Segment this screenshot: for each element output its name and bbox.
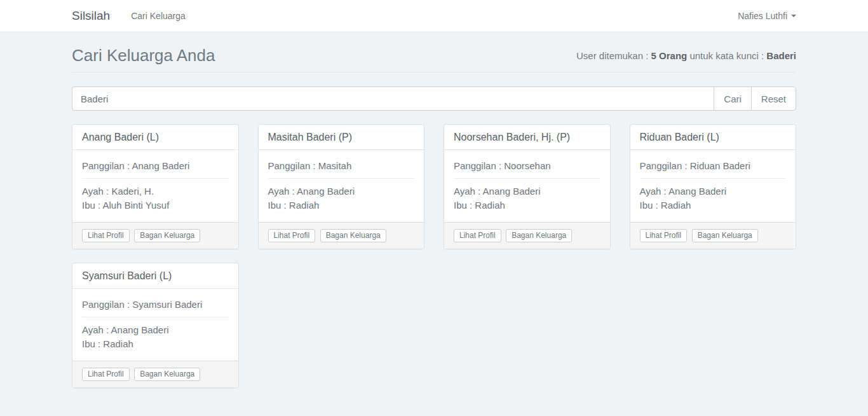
divider xyxy=(82,178,229,179)
view-profile-button[interactable]: Lihat Profil xyxy=(640,229,688,242)
person-father: Ayah : Anang Baderi xyxy=(640,184,787,198)
main-content: Cari Keluarga Anda User ditemukan : 5 Or… xyxy=(72,46,796,388)
page-title: Cari Keluarga Anda xyxy=(72,46,215,66)
person-nickname: Panggilan : Masitah xyxy=(268,159,415,172)
view-profile-button[interactable]: Lihat Profil xyxy=(454,229,501,242)
user-dropdown[interactable]: Nafies Luthfi xyxy=(738,11,796,21)
person-mother: Ibu : Radiah xyxy=(454,198,600,212)
person-mother: Ibu : Aluh Binti Yusuf xyxy=(82,198,229,212)
view-profile-button[interactable]: Lihat Profil xyxy=(268,229,316,242)
user-name: Nafies Luthfi xyxy=(738,11,787,21)
search-input[interactable] xyxy=(72,87,714,111)
view-profile-button[interactable]: Lihat Profil xyxy=(82,368,130,381)
person-card-footer: Lihat Profil Bagan Keluarga xyxy=(72,222,238,249)
person-card: Noorsehan Baderi, Hj. (P) Panggilan : No… xyxy=(444,124,611,249)
result-summary-middle: untuk kata kunci : xyxy=(687,50,766,61)
divider xyxy=(454,178,600,179)
divider xyxy=(82,317,229,317)
person-mother: Ibu : Radiah xyxy=(268,198,415,212)
person-card-title: Masitah Baderi (P) xyxy=(259,125,424,150)
divider xyxy=(640,178,787,179)
navbar: Silsilah Cari Keluarga Nafies Luthfi xyxy=(0,0,868,32)
person-nickname: Panggilan : Syamsuri Baderi xyxy=(82,298,229,311)
person-mother: Ibu : Radiah xyxy=(640,198,787,212)
person-card: Riduan Baderi (L) Panggilan : Riduan Bad… xyxy=(630,124,797,249)
family-chart-button[interactable]: Bagan Keluarga xyxy=(506,229,572,242)
family-chart-button[interactable]: Bagan Keluarga xyxy=(134,229,200,242)
person-nickname: Panggilan : Anang Baderi xyxy=(82,159,229,172)
view-profile-button[interactable]: Lihat Profil xyxy=(82,229,130,242)
person-father: Ayah : Anang Baderi xyxy=(82,323,229,337)
divider xyxy=(268,178,415,179)
person-father: Ayah : Anang Baderi xyxy=(268,184,415,198)
search-reset-button[interactable]: Reset xyxy=(751,87,796,111)
result-summary: User ditemukan : 5 Orang untuk kata kunc… xyxy=(576,50,796,61)
caret-down-icon xyxy=(791,15,796,17)
person-nickname: Panggilan : Noorsehan xyxy=(454,159,600,172)
person-father: Ayah : Kaderi, H. xyxy=(82,184,229,198)
person-card: Masitah Baderi (P) Panggilan : Masitah A… xyxy=(258,124,425,249)
family-chart-button[interactable]: Bagan Keluarga xyxy=(320,229,386,242)
person-card-title: Syamsuri Baderi (L) xyxy=(72,263,238,289)
search-results-grid: Anang Baderi (L) Panggilan : Anang Bader… xyxy=(72,124,796,388)
result-summary-prefix: User ditemukan : xyxy=(576,50,651,61)
person-card-footer: Lihat Profil Bagan Keluarga xyxy=(72,361,238,387)
page-header: Cari Keluarga Anda User ditemukan : 5 Or… xyxy=(72,46,796,73)
person-card-title: Noorsehan Baderi, Hj. (P) xyxy=(444,125,610,150)
person-father: Ayah : Anang Baderi xyxy=(454,184,600,198)
person-card: Anang Baderi (L) Panggilan : Anang Bader… xyxy=(72,124,239,249)
search-form: Cari Reset xyxy=(72,87,796,111)
person-card-title: Anang Baderi (L) xyxy=(72,125,238,150)
person-card-footer: Lihat Profil Bagan Keluarga xyxy=(630,222,796,249)
person-mother: Ibu : Radiah xyxy=(82,337,229,351)
person-card-footer: Lihat Profil Bagan Keluarga xyxy=(259,222,424,249)
person-card-footer: Lihat Profil Bagan Keluarga xyxy=(444,222,610,249)
person-nickname: Panggilan : Riduan Baderi xyxy=(640,159,787,172)
nav-item-cari-keluarga[interactable]: Cari Keluarga xyxy=(131,11,186,21)
person-card: Syamsuri Baderi (L) Panggilan : Syamsuri… xyxy=(72,263,239,388)
family-chart-button[interactable]: Bagan Keluarga xyxy=(134,368,200,381)
brand-silsilah[interactable]: Silsilah xyxy=(72,9,110,23)
search-submit-button[interactable]: Cari xyxy=(714,87,752,111)
result-keyword: Baderi xyxy=(766,50,796,61)
family-chart-button[interactable]: Bagan Keluarga xyxy=(692,229,758,242)
result-count: 5 Orang xyxy=(651,50,688,61)
person-card-title: Riduan Baderi (L) xyxy=(630,125,796,150)
